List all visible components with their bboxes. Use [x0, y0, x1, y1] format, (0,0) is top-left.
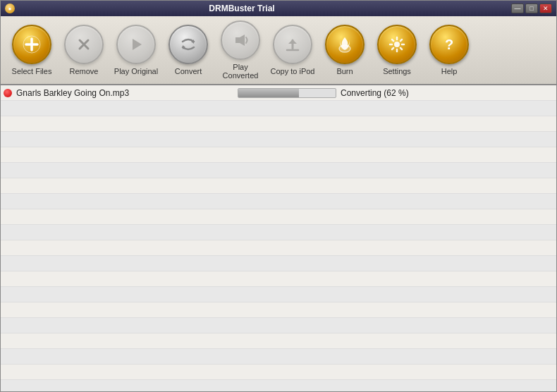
play-original-label: Play Original [114, 67, 158, 75]
convert-icon [178, 35, 198, 54]
table-row [1, 271, 556, 287]
table-row [1, 132, 556, 147]
progress-bar-inner [238, 89, 299, 97]
table-row [1, 365, 556, 380]
table-row [1, 302, 556, 318]
table-row [1, 256, 556, 271]
table-row [1, 287, 556, 302]
svg-point-14 [394, 42, 400, 47]
svg-text:?: ? [445, 37, 453, 52]
sound-icon [231, 30, 250, 50]
file-list: Gnarls Barkley Going On.mp3 Converting (… [1, 85, 556, 391]
select-files-button[interactable] [12, 25, 51, 64]
app-icon: ● [5, 4, 15, 13]
play-converted-button[interactable] [221, 20, 260, 60]
title-bar-left: ● [5, 4, 15, 13]
svg-marker-9 [240, 35, 245, 46]
toolbar-item-remove[interactable]: Remove [59, 25, 109, 75]
help-label: Help [441, 67, 458, 75]
table-row [1, 116, 556, 132]
window-controls: — □ ✕ [511, 4, 552, 13]
play-converted-label: Play Converted [215, 63, 266, 80]
table-row [1, 178, 556, 194]
svg-line-21 [400, 39, 402, 41]
file-name: Gnarls Barkley Going On.mp3 [16, 88, 235, 98]
table-row [1, 225, 556, 240]
content-area: Gnarls Barkley Going On.mp3 Converting (… [1, 85, 556, 391]
progress-bar-outer [238, 88, 336, 98]
toolbar-item-burn[interactable]: Burn [319, 25, 370, 75]
minimize-button[interactable]: — [511, 4, 524, 13]
toolbar-item-copy-to-ipod[interactable]: Copy to iPod [267, 25, 318, 75]
table-row [1, 240, 556, 256]
toolbar-item-select-files[interactable]: Select Files [6, 25, 57, 75]
plus-icon [22, 35, 42, 54]
toolbar-item-convert[interactable]: Convert [163, 25, 214, 75]
table-row [1, 163, 556, 178]
toolbar-item-play-converted[interactable]: Play Converted [215, 20, 266, 80]
main-window: ● DRMBuster Trial — □ ✕ Select Files [0, 0, 557, 392]
burn-label: Burn [336, 67, 353, 75]
svg-marker-8 [235, 37, 240, 43]
table-row [1, 209, 556, 225]
table-row [1, 101, 556, 116]
convert-label: Convert [175, 67, 202, 75]
maximize-button[interactable]: □ [525, 4, 538, 13]
toolbar-item-settings[interactable]: Settings [372, 25, 422, 75]
table-row [1, 333, 556, 349]
window-title: DRMBuster Trial [15, 4, 469, 13]
svg-marker-5 [133, 39, 142, 50]
close-button[interactable]: ✕ [539, 4, 552, 13]
copy-to-ipod-label: Copy to iPod [271, 67, 315, 75]
burn-button[interactable] [325, 25, 365, 64]
copy-to-ipod-button[interactable] [273, 25, 312, 64]
svg-marker-11 [288, 39, 297, 44]
table-row: Gnarls Barkley Going On.mp3 Converting (… [1, 85, 556, 101]
settings-label: Settings [383, 67, 411, 75]
table-row [1, 380, 556, 391]
toolbar-item-help[interactable]: ? Help [424, 25, 475, 75]
file-status-text: Converting (62 %) [341, 88, 553, 98]
help-icon: ? [439, 35, 459, 54]
select-files-label: Select Files [12, 67, 52, 75]
play-original-button[interactable] [116, 25, 156, 64]
burn-icon [335, 35, 355, 54]
title-bar: ● DRMBuster Trial — □ ✕ [1, 1, 556, 16]
upload-icon [283, 35, 302, 54]
table-row [1, 349, 556, 365]
settings-icon [387, 35, 407, 54]
play-icon [126, 35, 146, 54]
settings-button[interactable] [377, 25, 417, 64]
table-row [1, 318, 556, 333]
svg-line-22 [392, 48, 393, 49]
remove-button[interactable] [64, 25, 104, 64]
x-icon [74, 35, 94, 54]
table-row [1, 147, 556, 163]
remove-label: Remove [70, 67, 99, 75]
svg-line-20 [400, 48, 402, 49]
toolbar: Select Files Remove Play Original [1, 16, 556, 85]
file-status-indicator [4, 89, 12, 97]
help-button[interactable]: ? [429, 25, 469, 64]
convert-button[interactable] [169, 25, 208, 64]
table-row [1, 194, 556, 209]
progress-cell [235, 88, 341, 98]
svg-line-19 [392, 39, 393, 41]
toolbar-item-play-original[interactable]: Play Original [111, 25, 161, 75]
